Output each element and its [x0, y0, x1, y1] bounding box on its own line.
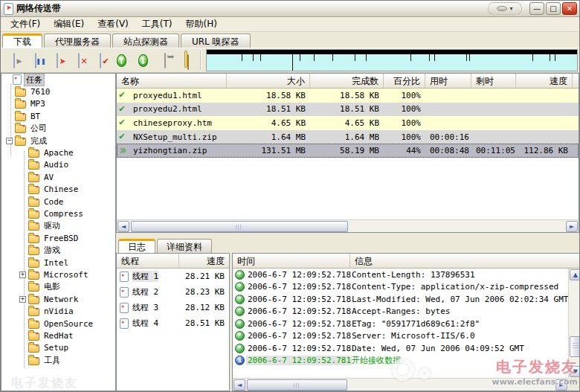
tree-item[interactable]: nVidia — [1, 305, 115, 317]
tree-item[interactable]: 游戏 — [1, 244, 115, 256]
task-row[interactable]: proxyedu1.html 18.58 KB 18.58 KB 100% — [117, 89, 579, 103]
tree-expander-icon[interactable] — [19, 235, 26, 242]
tree-expander-icon[interactable] — [19, 247, 26, 254]
tree-item[interactable]: 电影 — [1, 281, 115, 293]
log-row[interactable]: 2006-6-7 12:09:52.718 Last-Modified: Wed… — [233, 293, 568, 306]
tree-item[interactable]: Apache — [1, 147, 115, 158]
tree-expander-icon[interactable] — [19, 308, 26, 315]
column-header[interactable]: 大小 — [227, 74, 310, 88]
column-header[interactable]: 百分比 — [384, 74, 425, 88]
drop-zone-icon[interactable]: ▾ — [488, 2, 522, 15]
tree-expander-icon[interactable] — [19, 150, 26, 156]
tree-expander-icon[interactable] — [19, 174, 26, 181]
tree-item[interactable]: 工具 — [1, 354, 115, 366]
scroll-down-arrow-icon[interactable]: ▼ — [570, 366, 580, 377]
tree-item[interactable]: Audio — [1, 159, 115, 171]
tree-expander-icon[interactable] — [6, 100, 13, 107]
column-header[interactable]: 完成数 — [310, 74, 384, 88]
tree-expander-icon[interactable] — [19, 344, 26, 351]
tree-item[interactable]: 完成 — [1, 135, 115, 147]
log-tab[interactable]: 日志 — [118, 239, 155, 253]
main-tab[interactable]: URL 嗅探器 — [181, 33, 251, 48]
tree-expander-icon[interactable] — [6, 89, 13, 95]
tree-expander-icon[interactable] — [19, 283, 26, 290]
scrollbar-thumb[interactable] — [247, 379, 347, 391]
minimize-button[interactable]: — — [529, 2, 544, 15]
menu-item[interactable]: 帮助(H) — [179, 16, 224, 32]
task-horizontal-scrollbar[interactable]: ◄ ► — [117, 219, 579, 232]
tree-item[interactable]: RedHat — [1, 330, 115, 341]
task-row[interactable]: chineseproxy.htm 4.65 KB 4.65 KB 100% — [117, 116, 579, 130]
tree-expander-icon[interactable] — [4, 77, 10, 83]
tree-expander-icon[interactable] — [19, 296, 26, 303]
scroll-right-arrow-icon[interactable]: ► — [566, 221, 578, 232]
tree-item[interactable]: Intel — [1, 257, 115, 269]
column-header[interactable]: 信息 — [350, 254, 568, 268]
column-header[interactable]: 速度 — [179, 254, 229, 268]
toolbar-button[interactable] — [25, 50, 46, 71]
tree-expander-icon[interactable] — [19, 332, 26, 339]
tree-item[interactable]: Setup — [1, 342, 115, 354]
log-row[interactable]: 2006-6-7 12:09:52.718 Content-Type: appl… — [233, 281, 568, 294]
main-tab[interactable]: 代理服务器 — [44, 33, 111, 48]
main-tab[interactable]: 下载 — [2, 33, 42, 48]
log-row[interactable]: 2006-6-7 12:09:52.718 Content-Length: 13… — [233, 269, 568, 281]
menu-item[interactable]: 工具(T) — [135, 16, 179, 32]
menu-item[interactable]: 查看(V) — [91, 16, 135, 32]
column-header[interactable]: 剩时 — [471, 74, 516, 88]
toolbar-button[interactable] — [3, 50, 25, 71]
tree-expander-icon[interactable] — [19, 321, 26, 327]
tree-item[interactable]: Code — [1, 196, 115, 208]
log-tab[interactable]: 详细资料 — [157, 239, 212, 253]
log-vertical-scrollbar[interactable]: ▲ ▼ — [568, 269, 580, 378]
column-header[interactable]: 时间 — [233, 254, 350, 268]
toolbar-button[interactable]: ↓ — [132, 50, 154, 71]
column-header[interactable]: 用时 — [425, 74, 471, 88]
tree-item[interactable]: BT — [1, 110, 115, 122]
tree-item[interactable]: OpenSource — [1, 318, 115, 330]
toolbar-button[interactable] — [89, 50, 111, 71]
task-row[interactable]: proxyedu2.html 18.51 KB 18.51 KB 100% — [117, 103, 579, 117]
tree-expander-icon[interactable] — [19, 186, 26, 193]
maximize-button[interactable]: □ — [546, 2, 561, 15]
tree-item[interactable]: 公司 — [1, 123, 115, 135]
tree-expander-icon[interactable] — [19, 357, 26, 364]
column-header[interactable]: 名称 — [117, 74, 227, 88]
scrollbar-thumb[interactable] — [570, 336, 580, 357]
tree-expander-icon[interactable] — [19, 271, 26, 278]
tree-expander-icon[interactable] — [6, 125, 13, 132]
scroll-left-arrow-icon[interactable]: ◄ — [117, 221, 129, 232]
scroll-right-arrow-icon[interactable]: ► — [555, 379, 567, 391]
thread-row[interactable]: 线程 1 28.21 KB — [117, 269, 229, 284]
thread-row[interactable]: 线程 3 28.12 KB — [117, 300, 229, 315]
tree-expander-icon[interactable] — [19, 222, 26, 229]
column-header[interactable]: 线程 — [117, 254, 179, 268]
toolbar-button[interactable]: ↑ — [111, 50, 132, 71]
toolbar-button[interactable] — [46, 50, 68, 71]
tree-item[interactable]: Compress — [1, 208, 115, 219]
tree-item[interactable]: Network — [1, 293, 115, 305]
toolbar-button[interactable] — [175, 50, 197, 71]
thread-row[interactable]: 线程 2 28.23 KB — [117, 284, 229, 300]
scroll-up-arrow-icon[interactable]: ▲ — [570, 269, 580, 280]
log-row[interactable]: 2006-6-7 12:09:52.781 开始接收数据 — [233, 355, 568, 367]
tree-expander-icon[interactable] — [19, 260, 26, 266]
log-row[interactable]: 2006-6-7 12:09:52.718 ETag: "0591771d689… — [233, 318, 568, 330]
tree-expander-icon[interactable] — [6, 138, 13, 144]
log-row[interactable]: 2006-6-7 12:09:52.718 Accept-Ranges: byt… — [233, 306, 568, 318]
tree-item[interactable]: AV — [1, 171, 115, 183]
scrollbar-thumb[interactable] — [131, 221, 348, 232]
tree-expander-icon[interactable] — [19, 199, 26, 205]
close-button[interactable]: ✕ — [562, 2, 577, 15]
menu-item[interactable]: 编辑(E) — [47, 16, 91, 32]
tree-item[interactable]: FreeBSD — [1, 232, 115, 244]
task-row[interactable]: yizhongtian.zip 131.51 MB 58.19 MB 44% 0… — [117, 144, 579, 158]
tree-item[interactable]: 任务 — [1, 74, 115, 86]
log-row[interactable]: 2006-6-7 12:09:52.718 Date: Wed, 07 Jun … — [233, 342, 568, 355]
log-horizontal-scrollbar[interactable]: ◄ ► — [233, 378, 568, 391]
menu-item[interactable]: 文件(F) — [4, 16, 47, 32]
log-row[interactable]: 2006-6-7 12:09:52.718 Server: Microsoft-… — [233, 330, 568, 343]
tree-item[interactable]: 驱动 — [1, 220, 115, 232]
tree-item[interactable]: Chinese — [1, 184, 115, 196]
tree-item[interactable]: 7610 — [1, 86, 115, 97]
